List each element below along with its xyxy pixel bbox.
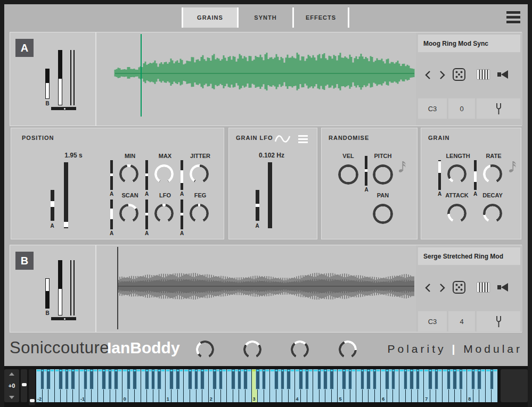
keyboard-scroll-strip[interactable] [21, 369, 27, 402]
black-key[interactable] [342, 369, 346, 389]
level-fader[interactable] [58, 260, 62, 315]
macro-knob-3[interactable] [291, 340, 309, 359]
black-key[interactable] [317, 369, 322, 389]
vel-knob[interactable] [338, 164, 358, 185]
black-key[interactable] [373, 369, 377, 389]
width-fader[interactable] [70, 50, 75, 105]
black-key[interactable] [59, 369, 63, 389]
black-key[interactable] [243, 369, 248, 389]
black-key[interactable] [169, 369, 174, 389]
pan-slider[interactable] [51, 107, 76, 110]
black-key[interactable] [231, 369, 235, 389]
audition-button[interactable] [497, 282, 511, 293]
waveform-a-display[interactable] [96, 32, 416, 126]
macro-knob-4[interactable] [339, 340, 357, 359]
black-key[interactable] [46, 369, 51, 389]
black-key[interactable] [71, 369, 75, 389]
grain-lfo-main-slider[interactable] [268, 162, 272, 228]
max-mod-slider[interactable] [145, 160, 148, 190]
black-key[interactable] [262, 369, 266, 389]
black-key[interactable] [428, 369, 432, 389]
black-key[interactable] [65, 369, 69, 389]
random-sample-button[interactable] [452, 280, 466, 294]
prev-sample-button[interactable] [424, 283, 432, 293]
decay-knob[interactable] [483, 204, 502, 223]
grain-lfo-mod-slider[interactable] [256, 190, 259, 221]
black-key[interactable] [471, 369, 476, 389]
attack-knob[interactable] [447, 204, 466, 223]
jitter-knob[interactable] [190, 164, 209, 184]
position-main-slider[interactable] [64, 162, 68, 228]
pan-knob[interactable] [373, 204, 393, 224]
sample-name-bar-b[interactable]: Serge Stretched Ring Mod [418, 247, 520, 265]
random-sample-button[interactable] [452, 68, 466, 81]
position-mod-slider[interactable] [51, 190, 54, 221]
black-key[interactable] [361, 369, 365, 389]
transpose-up-icon[interactable] [9, 372, 14, 376]
black-key[interactable] [256, 369, 260, 389]
pitch-quantise-button[interactable] [398, 159, 407, 173]
black-key[interactable] [145, 369, 149, 389]
black-key[interactable] [40, 369, 45, 389]
black-key[interactable] [305, 369, 309, 389]
black-key[interactable] [410, 369, 414, 389]
black-key[interactable] [194, 369, 199, 389]
black-key[interactable] [281, 369, 285, 389]
root-key-field-a[interactable]: C3 [418, 98, 447, 119]
black-key[interactable] [453, 369, 457, 389]
xfade-fader[interactable] [45, 69, 50, 99]
black-key[interactable] [404, 369, 408, 389]
pitch-knob[interactable] [373, 164, 393, 185]
length-knob[interactable] [447, 164, 466, 184]
black-key[interactable] [435, 369, 439, 389]
black-key[interactable] [127, 369, 131, 389]
black-key[interactable] [188, 369, 192, 389]
lfo-shape-button[interactable] [274, 132, 292, 145]
black-key[interactable] [219, 369, 223, 389]
black-key[interactable] [274, 369, 279, 389]
black-key[interactable] [287, 369, 291, 389]
keyboard-mapping-button[interactable] [477, 69, 490, 80]
xfade-fader[interactable] [45, 278, 50, 309]
fine-tune-button-a[interactable] [477, 98, 520, 119]
black-key[interactable] [385, 369, 389, 389]
max-knob[interactable] [154, 164, 174, 184]
next-sample-button[interactable] [438, 70, 446, 80]
scroll-handle[interactable] [22, 383, 27, 386]
width-fader[interactable] [70, 260, 75, 315]
keyboard-zoom-strip[interactable] [29, 369, 35, 405]
lfo-menu-icon[interactable] [298, 135, 308, 145]
rate-mod-slider[interactable] [474, 160, 477, 190]
tab-synth[interactable]: SYNTH [239, 7, 292, 28]
black-key[interactable] [416, 369, 420, 389]
feg-knob[interactable] [190, 204, 209, 223]
root-key-field-b[interactable]: C3 [418, 311, 447, 331]
sample-name-bar-a[interactable]: Moog Ring Mod Sync [418, 35, 520, 52]
pan-slider[interactable] [51, 317, 76, 320]
black-key[interactable] [391, 369, 396, 389]
waveform-b-display[interactable] [96, 245, 416, 332]
tab-effects[interactable]: EFFECTS [294, 7, 348, 28]
black-key[interactable] [212, 369, 217, 389]
lfo-mod-slider[interactable] [145, 200, 148, 229]
black-key[interactable] [238, 369, 242, 389]
black-key[interactable] [477, 369, 481, 389]
black-key[interactable] [330, 369, 334, 389]
black-key[interactable] [447, 369, 451, 389]
black-key[interactable] [84, 369, 88, 389]
transpose-down-icon[interactable] [9, 396, 14, 399]
black-key[interactable] [102, 369, 106, 389]
black-key[interactable] [366, 369, 371, 389]
keyboard-mapping-button[interactable] [477, 282, 490, 293]
zoom-handle[interactable] [30, 399, 35, 402]
min-mod-slider[interactable] [110, 160, 113, 190]
black-key[interactable] [490, 369, 494, 389]
length-mod-slider[interactable] [438, 160, 441, 190]
black-key[interactable] [151, 369, 155, 389]
black-key[interactable] [89, 369, 94, 389]
scan-mod-slider[interactable] [110, 200, 113, 229]
rate-knob[interactable] [483, 164, 502, 184]
fine-tune-button-b[interactable] [477, 311, 520, 331]
tune-field-a[interactable]: 0 [448, 98, 475, 119]
black-key[interactable] [323, 369, 328, 389]
